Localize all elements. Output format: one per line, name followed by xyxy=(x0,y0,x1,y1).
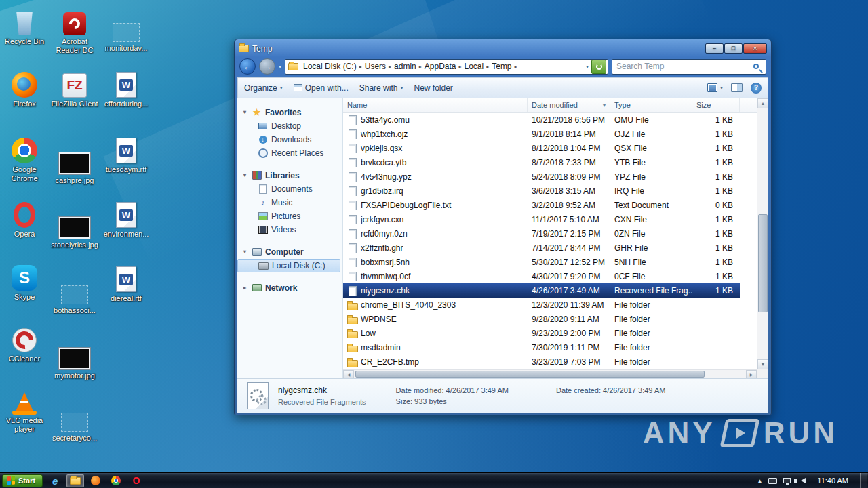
breadcrumb-item-temp[interactable]: Temp xyxy=(490,61,513,72)
file-row-4v543nug-ypz[interactable]: 4v543nug.ypz5/24/2018 8:09 PMYPZ File1 K… xyxy=(343,169,740,184)
file-row-whp1fxch-ojz[interactable]: whp1fxch.ojz9/1/2018 8:14 PMOJZ File1 KB xyxy=(343,127,740,141)
file-row-vpklejis-qsx[interactable]: vpklejis.qsx8/12/2018 1:04 PMQSX File1 K… xyxy=(343,141,740,155)
taskbar-button-internet-explorer[interactable]: e xyxy=(46,474,64,487)
desktop-icon-google-chrome[interactable]: Google Chrome xyxy=(0,134,49,183)
nav-group-network[interactable]: ▸Network xyxy=(237,281,342,295)
column-header-name[interactable]: Name xyxy=(343,98,528,112)
volume-tray-icon[interactable] xyxy=(801,478,806,483)
breadcrumb-item-local-disk-c[interactable]: Local Disk (C:) xyxy=(301,61,359,72)
change-view-button[interactable]: ▾ xyxy=(707,83,723,92)
nav-item-desktop[interactable]: Desktop xyxy=(237,119,342,133)
keyboard-tray-icon[interactable] xyxy=(768,478,777,484)
desktop-icon-recycle-bin[interactable]: Recycle Bin xyxy=(0,5,49,46)
show-hidden-icons-button[interactable]: ▲ xyxy=(757,478,762,484)
back-button[interactable]: ← xyxy=(239,58,256,75)
new-folder-button[interactable]: New folder xyxy=(414,83,452,93)
file-row-msdtadmin[interactable]: msdtadmin7/30/2019 1:11 PMFile folder xyxy=(343,340,740,354)
vertical-scrollbar[interactable]: ▲ ▼ xyxy=(757,98,768,369)
file-row-x2ffznfb-ghr[interactable]: x2ffznfb.ghr7/14/2017 8:44 PMGHR File1 K… xyxy=(343,241,740,255)
show-desktop-button[interactable] xyxy=(860,473,867,488)
desktop-icon-skype[interactable]: SSkype xyxy=(0,261,49,302)
search-icon[interactable] xyxy=(753,64,759,69)
breadcrumb-item-admin[interactable]: admin xyxy=(392,61,418,72)
file-row-bobxmsrj-5nh[interactable]: bobxmsrj.5nh5/30/2017 12:52 PM5NH File1 … xyxy=(343,255,740,269)
desktop-icon-firefox[interactable]: Firefox xyxy=(0,68,49,108)
nav-group-libraries[interactable]: ▾Libraries xyxy=(237,168,342,182)
organize-button[interactable]: Organize ▾ xyxy=(244,83,283,93)
address-dropdown-icon[interactable]: ▾ xyxy=(583,64,591,70)
file-row-chrome-bits-4040-2303[interactable]: chrome_BITS_4040_230312/3/2020 11:39 AMF… xyxy=(343,298,740,312)
desktop-icon-mymotor-jpg[interactable]: mymotor.jpg xyxy=(50,340,99,380)
desktop-icon-bothassoci[interactable]: bothassoci... xyxy=(50,274,99,315)
desktop-icon-monitordav[interactable]: monitordav... xyxy=(102,12,151,53)
desktop-icon-ccleaner[interactable]: CCleaner xyxy=(0,323,49,363)
desktop-icon-effortduring[interactable]: Weffortduring... xyxy=(102,68,151,108)
file-row-cr-e2cfb-tmp[interactable]: CR_E2CFB.tmp3/23/2019 7:03 PMFile folder xyxy=(343,354,740,369)
nav-item-music[interactable]: Music xyxy=(237,196,342,209)
nav-item-videos[interactable]: Videos xyxy=(237,223,342,237)
desktop-icon-tuesdaym-rtf[interactable]: Wtuesdaym.rtf xyxy=(102,134,151,174)
desktop-icon-stonelyrics-jpg[interactable]: stonelyrics.jpg xyxy=(50,209,99,249)
desktop[interactable]: Recycle BinFirefoxGoogle ChromeOperaSSky… xyxy=(0,0,868,488)
file-row-gr1d5ibz-irq[interactable]: gr1d5ibz.irq3/6/2018 3:15 AMIRQ File1 KB xyxy=(343,184,740,198)
taskbar-button-media-app[interactable] xyxy=(87,474,104,487)
expander-icon[interactable]: ▸ xyxy=(241,285,248,291)
nav-item-downloads[interactable]: Downloads xyxy=(237,133,342,146)
share-with-button[interactable]: Share with ▾ xyxy=(359,83,403,93)
recent-pages-caret-icon[interactable]: ▾ xyxy=(279,64,281,70)
taskbar-clock[interactable]: 11:40 AM xyxy=(812,476,854,485)
desktop-icon-diereal-rtf[interactable]: Wdiereal.rtf xyxy=(102,262,151,303)
scroll-down-icon[interactable]: ▼ xyxy=(757,359,768,369)
address-bar[interactable]: Local Disk (C:)▸Users▸admin▸AppData▸Loca… xyxy=(285,59,608,75)
column-header-size[interactable]: Size xyxy=(692,98,740,112)
expander-icon[interactable]: ▾ xyxy=(241,172,248,178)
nav-item-recent-places[interactable]: Recent Places xyxy=(237,146,342,160)
nav-group-favorites[interactable]: ▾Favorites xyxy=(237,105,342,119)
file-row-jcrkfgvn-cxn[interactable]: jcrkfgvn.cxn11/1/2017 5:10 AMCXN File1 K… xyxy=(343,212,740,226)
taskbar-button-opera[interactable]: O xyxy=(127,474,145,487)
start-button[interactable]: Start xyxy=(2,474,43,487)
file-row-rcfd0myr-0zn[interactable]: rcfd0myr.0zn7/19/2017 2:15 PM0ZN File1 K… xyxy=(343,226,740,241)
taskbar-button-windows-explorer[interactable] xyxy=(66,474,84,487)
desktop-icon-secretaryco[interactable]: secretaryco... xyxy=(50,402,99,443)
desktop-icon-filezilla-client[interactable]: FZFileZilla Client xyxy=(50,68,99,108)
forward-button[interactable]: → xyxy=(259,58,275,75)
expander-icon[interactable]: ▾ xyxy=(241,249,248,255)
nav-item-pictures[interactable]: Pictures xyxy=(237,209,342,223)
close-button[interactable]: × xyxy=(743,43,767,54)
expander-icon[interactable]: ▾ xyxy=(241,109,248,115)
desktop-icon-cashpre-jpg[interactable]: cashpre.jpg xyxy=(50,144,99,185)
scroll-left-icon[interactable]: ◀ xyxy=(343,370,354,378)
preview-pane-button[interactable] xyxy=(731,83,743,92)
scrollbar-thumb[interactable] xyxy=(758,214,768,312)
desktop-icon-acrobat-reader-dc[interactable]: Acrobat Reader DC xyxy=(50,5,99,55)
chevron-right-icon[interactable]: ▸ xyxy=(514,64,518,70)
file-row-thvmmlwq-0cf[interactable]: thvmmlwq.0cf4/30/2017 9:20 PM0CF File1 K… xyxy=(343,269,740,283)
scroll-right-icon[interactable]: ▶ xyxy=(746,370,757,378)
open-with-button[interactable]: Open with... xyxy=(294,83,349,93)
nav-item-local-disk-c[interactable]: Local Disk (C:) xyxy=(237,259,340,272)
scroll-up-icon[interactable]: ▲ xyxy=(757,98,768,108)
file-row-brvkcdca-ytb[interactable]: brvkcdca.ytb8/7/2018 7:33 PMYTB File1 KB xyxy=(343,155,740,169)
search-input[interactable]: Search Temp xyxy=(612,59,766,75)
nav-item-documents[interactable]: Documents xyxy=(237,182,342,196)
minimize-button[interactable]: – xyxy=(705,43,724,54)
file-row-niygcsmz-chk[interactable]: niygcsmz.chk4/26/2017 3:49 AMRecovered F… xyxy=(343,283,740,298)
file-row-53tfa4yc-omu[interactable]: 53tfa4yc.omu10/21/2018 6:56 PMOMU File1 … xyxy=(343,113,740,127)
desktop-icon-vlc-media-player[interactable]: VLC media player xyxy=(0,384,49,434)
breadcrumb-item-appdata[interactable]: AppData xyxy=(422,61,458,72)
desktop-icon-environmen[interactable]: Wenvironmen... xyxy=(102,198,151,239)
breadcrumb-item-local[interactable]: Local xyxy=(462,61,486,72)
file-row-wpdnse[interactable]: WPDNSE9/28/2020 9:11 AMFile folder xyxy=(343,312,740,326)
nav-group-computer[interactable]: ▾Computer xyxy=(237,245,342,259)
column-header-type[interactable]: Type xyxy=(610,98,692,112)
file-row-fxsapidebuglogfile-txt[interactable]: FXSAPIDebugLogFile.txt3/2/2018 9:52 AMTe… xyxy=(343,198,740,212)
taskbar-button-google-chrome[interactable] xyxy=(107,474,125,487)
network-tray-icon[interactable] xyxy=(783,478,791,483)
help-button[interactable]: ? xyxy=(751,83,762,94)
maximize-button[interactable]: □ xyxy=(724,43,743,54)
filter-caret-icon[interactable]: ▾ xyxy=(603,102,606,108)
breadcrumb-item-users[interactable]: Users xyxy=(363,61,388,72)
refresh-button[interactable] xyxy=(591,60,606,74)
file-row-low[interactable]: Low9/23/2019 2:00 PMFile folder xyxy=(343,326,740,340)
